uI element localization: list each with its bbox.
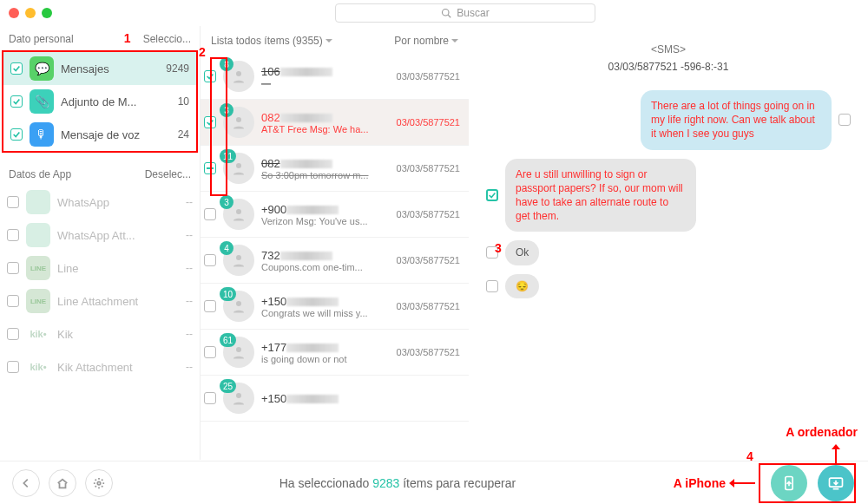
thread-header: 2 Lista todos ítems (9355) Por nombre: [201, 26, 469, 54]
thread-checkbox[interactable]: [204, 346, 216, 358]
footer-status: Ha seleccionado 9283 ítems para recupera…: [122, 476, 674, 490]
thread-list[interactable]: 8 106 — 03/03/5877521 3 082 AT&T Free Ms…: [201, 54, 469, 453]
thread-row[interactable]: 10 +150 Congrats we will miss y... 03/03…: [201, 284, 469, 330]
personal-title: Dato personal: [9, 33, 74, 45]
sidebar-item-kik[interactable]: kik• Kik --: [0, 317, 200, 350]
sidebar-item-mensaje-de-voz[interactable]: 🎙 Mensaje de voz 24: [3, 118, 196, 151]
avatar-icon: 11: [223, 153, 254, 184]
thread-title: +177: [261, 341, 390, 354]
back-button[interactable]: [12, 469, 40, 497]
message-checkbox[interactable]: [838, 114, 851, 126]
checkbox[interactable]: [10, 95, 23, 108]
category-label: Mensaje de voz: [61, 128, 171, 141]
checkbox[interactable]: [7, 328, 19, 340]
message-bubble: There are a lot of things going on in my…: [641, 90, 832, 150]
sidebar-item-line-attachment[interactable]: LINE Line Attachment --: [0, 285, 200, 317]
svg-point-0: [443, 10, 450, 16]
message-bubble: 😔: [505, 274, 539, 298]
category-icon: kik•: [26, 355, 50, 379]
thread-row[interactable]: 8 106 — 03/03/5877521: [201, 54, 469, 100]
sidebar-item-adjunto-de-m-[interactable]: 📎 Adjunto de M... 10: [3, 85, 196, 118]
thread-title: +150: [261, 392, 453, 405]
avatar-icon: 4: [223, 245, 254, 276]
category-icon: [26, 190, 50, 214]
svg-point-7: [236, 301, 241, 306]
app-category-list: WhatsApp -- WhatsApp Att... -- LINE Line…: [0, 186, 200, 383]
app-title: Datos de App: [9, 168, 71, 180]
sidebar: Dato personal 1 Seleccio... 💬 Mensajes 9…: [0, 26, 200, 460]
thread-row[interactable]: 3 +900 Verizon Msg: You've us... 03/03/5…: [201, 192, 469, 238]
svg-point-8: [236, 347, 241, 352]
arrow-up-icon: [830, 444, 842, 465]
settings-button[interactable]: [85, 469, 113, 497]
sidebar-item-line[interactable]: LINE Line --: [0, 252, 200, 285]
deselect-link[interactable]: Deselec...: [145, 168, 191, 180]
unread-badge: 61: [220, 333, 236, 347]
personal-category-box: 💬 Mensajes 9249 📎 Adjunto de M... 10 🎙 M…: [2, 50, 198, 153]
select-all-link[interactable]: Seleccio...: [143, 33, 191, 45]
filter-dropdown[interactable]: Lista todos ítems (9355): [211, 35, 332, 47]
thread-row[interactable]: 4 732 Coupons.com one-tim... 03/03/58775…: [201, 238, 469, 284]
close-icon[interactable]: [9, 8, 19, 18]
unread-badge: 25: [220, 379, 236, 393]
unread-badge: 3: [220, 103, 233, 117]
category-count: --: [186, 262, 193, 274]
sidebar-item-mensajes[interactable]: 💬 Mensajes 9249: [3, 52, 196, 85]
unread-badge: 11: [220, 149, 236, 163]
thread-row[interactable]: 25 +150: [201, 376, 469, 422]
search-input[interactable]: Buscar: [335, 3, 595, 23]
thread-checkbox[interactable]: [204, 208, 216, 220]
svg-point-9: [236, 393, 241, 398]
sidebar-item-kik-attachment[interactable]: kik• Kik Attachment --: [0, 350, 200, 383]
category-label: Mensajes: [61, 62, 159, 75]
thread-date: 03/03/5877521: [397, 255, 460, 265]
thread-checkbox[interactable]: [204, 392, 216, 404]
checkbox[interactable]: [7, 295, 19, 307]
thread-preview: —: [261, 78, 390, 88]
thread-checkbox[interactable]: [204, 116, 216, 128]
category-count: --: [186, 229, 193, 241]
export-to-iphone-button[interactable]: [771, 465, 807, 501]
export-to-computer-button[interactable]: [818, 465, 854, 501]
thread-checkbox[interactable]: [204, 300, 216, 312]
thread-checkbox[interactable]: [204, 254, 216, 266]
checkbox[interactable]: [10, 128, 23, 141]
minimize-icon[interactable]: [25, 8, 36, 18]
thread-checkbox[interactable]: [204, 70, 216, 82]
avatar-icon: 25: [223, 383, 254, 414]
annotation-3: 3: [495, 241, 502, 255]
checkbox[interactable]: [10, 62, 23, 75]
checkbox[interactable]: [7, 361, 19, 373]
sidebar-item-whatsapp[interactable]: WhatsApp --: [0, 186, 200, 219]
message-list: There are a lot of things going on in my…: [486, 90, 851, 298]
category-count: --: [186, 328, 193, 340]
thread-preview: is going down or not: [261, 354, 390, 364]
message-checkbox[interactable]: [486, 189, 498, 201]
sidebar-item-whatsapp-att-[interactable]: WhatsApp Att... --: [0, 219, 200, 252]
checkbox[interactable]: [7, 196, 19, 208]
category-label: WhatsApp Att...: [57, 229, 179, 242]
thread-date: 03/03/5877521: [397, 71, 460, 82]
home-button[interactable]: [49, 469, 76, 497]
thread-row[interactable]: 3 082 AT&T Free Msg: We ha... 03/03/5877…: [201, 100, 469, 146]
thread-row[interactable]: 61 +177 is going down or not 03/03/58775…: [201, 330, 469, 376]
checkbox[interactable]: [7, 229, 19, 241]
unread-badge: 4: [220, 241, 233, 255]
checkbox[interactable]: [7, 262, 19, 274]
detail-sub: 03/03/5877521 -596-8:-31: [486, 61, 851, 73]
sort-dropdown[interactable]: Por nombre: [394, 35, 458, 47]
category-label: Line Attachment: [57, 295, 179, 308]
svg-point-3: [236, 117, 241, 122]
thread-title: +900: [261, 203, 390, 216]
message-bubble: Are u still unwilling to sign or passpor…: [505, 159, 696, 232]
thread-row[interactable]: 11 082 So 3:00pm tomorrow m... 03/03/587…: [201, 146, 469, 192]
thread-checkbox[interactable]: [204, 162, 216, 174]
thread-date: 03/03/5877521: [397, 209, 460, 219]
svg-point-10: [97, 481, 101, 485]
thread-date: 03/03/5877521: [397, 163, 460, 173]
thread-title: 106: [261, 65, 390, 78]
avatar-icon: 10: [223, 291, 254, 322]
category-count: 10: [178, 95, 189, 108]
message-checkbox[interactable]: [486, 280, 498, 292]
zoom-icon[interactable]: [42, 8, 52, 18]
